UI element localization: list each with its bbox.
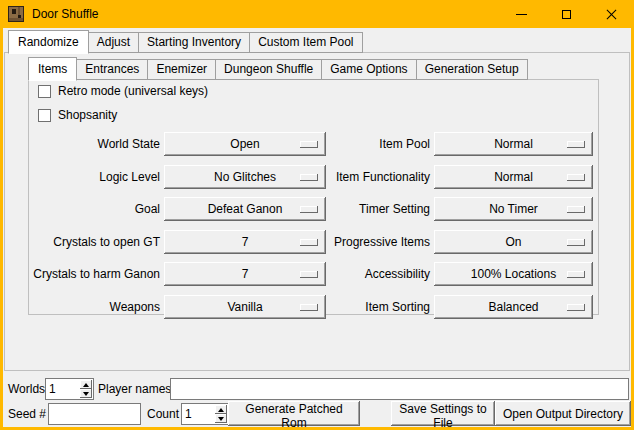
dropdown-indicator-icon [567,239,585,246]
crystals-ganon-dropdown[interactable]: 7 [164,262,326,286]
crystals-gt-dropdown[interactable]: 7 [164,230,326,254]
player-names-input[interactable] [170,378,629,400]
seed-input[interactable] [48,403,141,425]
tab-dungeon-shuffle[interactable]: Dungeon Shuffle [215,59,322,80]
item-functionality-label: Item Functionality [303,165,430,189]
timer-setting-label: Timer Setting [303,197,430,221]
world-state-dropdown[interactable]: Open [164,132,326,156]
item-pool-value: Normal [494,137,533,151]
world-state-value: Open [230,137,259,151]
minimize-button[interactable] [499,0,544,28]
down-arrow-icon [218,417,224,421]
logic-level-dropdown[interactable]: No Glitches [164,165,326,189]
retro-mode-label: Retro mode (universal keys) [58,84,208,98]
progressive-items-value: On [505,235,521,249]
titlebar[interactable]: Door Shuffle [0,0,634,28]
player-names-label: Player names [98,378,171,400]
window-title: Door Shuffle [32,7,99,21]
tab-entrances[interactable]: Entrances [76,59,148,80]
shopsanity-checkbox-row[interactable]: Shopsanity [38,107,117,123]
shopsanity-checkbox[interactable] [38,109,51,122]
dropdown-indicator-icon [567,174,585,181]
item-sorting-value: Balanced [488,300,538,314]
close-icon [605,8,618,21]
goal-value: Defeat Ganon [208,202,283,216]
count-spinner[interactable] [181,403,229,425]
weapons-dropdown[interactable]: Vanilla [164,295,326,319]
generate-patched-rom-button[interactable]: Generate Patched Rom [228,401,360,426]
retro-mode-checkbox[interactable] [38,85,51,98]
maximize-button[interactable] [544,0,589,28]
worlds-spinner-buttons [79,379,93,399]
weapons-label: Weapons [33,295,160,319]
save-settings-button[interactable]: Save Settings to File [391,401,495,426]
main-tab-bar: Randomize Adjust Starting Inventory Cust… [8,30,362,53]
minimize-icon [516,14,527,15]
seed-label: Seed # [8,403,46,425]
tab-custom-item-pool[interactable]: Custom Item Pool [249,32,362,53]
item-pool-dropdown[interactable]: Normal [434,132,593,156]
accessibility-dropdown[interactable]: 100% Locations [434,262,593,286]
timer-setting-dropdown[interactable]: No Timer [434,197,593,221]
dropdown-indicator-icon [567,271,585,278]
accessibility-label: Accessibility [303,262,430,286]
tab-randomize[interactable]: Randomize [8,30,89,54]
timer-setting-value: No Timer [489,202,538,216]
count-spinner-down-button[interactable] [215,414,227,423]
crystals-gt-label: Crystals to open GT [33,230,160,254]
dropdown-indicator-icon [567,141,585,148]
item-functionality-dropdown[interactable]: Normal [434,165,593,189]
item-pool-label: Item Pool [303,132,430,156]
tab-generation-setup[interactable]: Generation Setup [416,59,528,80]
worlds-spinner-down-button[interactable] [80,389,92,398]
count-spinner-up-button[interactable] [215,405,227,414]
count-input[interactable] [182,404,214,424]
worlds-input[interactable] [46,379,79,399]
tab-enemizer[interactable]: Enemizer [147,59,216,80]
count-label: Count [147,403,179,425]
count-spinner-buttons [214,404,228,424]
retro-mode-checkbox-row[interactable]: Retro mode (universal keys) [38,83,208,99]
up-arrow-icon [83,383,89,387]
weapons-value: Vanilla [227,300,262,314]
goal-label: Goal [33,197,160,221]
dropdown-indicator-icon [567,304,585,311]
item-functionality-value: Normal [494,170,533,184]
client-area: Randomize Adjust Starting Inventory Cust… [3,28,631,427]
caption-buttons [499,0,634,28]
dropdown-indicator-icon [567,206,585,213]
logic-level-label: Logic Level [33,165,160,189]
open-output-directory-button[interactable]: Open Output Directory [495,401,631,426]
down-arrow-icon [83,392,89,396]
tab-adjust[interactable]: Adjust [88,32,139,53]
goal-dropdown[interactable]: Defeat Ganon [164,197,326,221]
crystals-gt-value: 7 [242,235,249,249]
accessibility-value: 100% Locations [471,267,556,281]
shopsanity-label: Shopsanity [58,108,117,122]
progressive-items-dropdown[interactable]: On [434,230,593,254]
close-button[interactable] [589,0,634,28]
app-window: Door Shuffle Randomize Adjust Starting I… [0,0,634,430]
tab-game-options[interactable]: Game Options [321,59,416,80]
door-icon [8,6,24,22]
tab-items[interactable]: Items [28,57,77,81]
logic-level-value: No Glitches [214,170,276,184]
items-tab-bar: Items Entrances Enemizer Dungeon Shuffle… [28,57,527,80]
crystals-ganon-label: Crystals to harm Ganon [33,262,160,286]
maximize-icon [562,10,571,19]
crystals-ganon-value: 7 [242,267,249,281]
item-sorting-label: Item Sorting [303,295,430,319]
worlds-spinner-up-button[interactable] [80,380,92,389]
world-state-label: World State [33,132,160,156]
progressive-items-label: Progressive Items [303,230,430,254]
worlds-label: Worlds [8,378,45,400]
tab-starting-inventory[interactable]: Starting Inventory [138,32,250,53]
item-sorting-dropdown[interactable]: Balanced [434,295,593,319]
up-arrow-icon [218,408,224,412]
worlds-spinner[interactable] [45,378,94,400]
